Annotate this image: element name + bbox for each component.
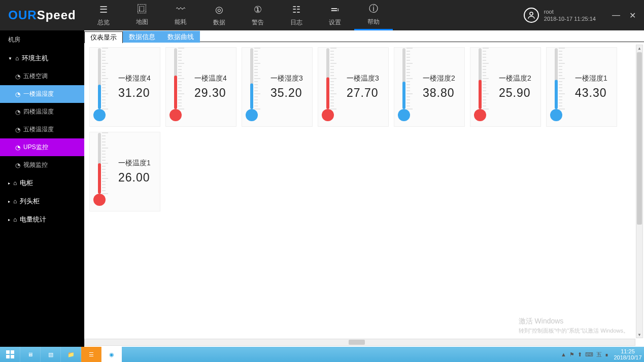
svg-point-144	[474, 109, 486, 121]
topnav-label: 能耗	[175, 18, 187, 26]
horizontal-scrollbar[interactable]	[84, 339, 635, 346]
app-logo: OURSpeed	[0, 8, 84, 22]
gauge-card-2: 一楼湿度3 35.20	[242, 47, 313, 127]
home-icon: ⌂	[13, 198, 17, 205]
thermometer-icon	[318, 51, 345, 123]
sidebar-group-0[interactable]: ▼⌂环境主机	[0, 49, 84, 67]
user-block[interactable]: root 2018-10-17 11:25:14	[524, 8, 604, 23]
topnav-label: 总览	[97, 18, 110, 27]
topnav-item-1[interactable]: ⿴地图	[123, 0, 161, 30]
sidebar-item-0-0[interactable]: ◔五楼空调	[0, 67, 84, 85]
topnav-item-2[interactable]: 〰能耗	[161, 0, 200, 30]
tray-icon-5[interactable]: ∎	[605, 351, 608, 358]
thermometer-icon	[547, 51, 573, 123]
sidebar-item-0-2[interactable]: ◔四楼温湿度	[0, 103, 84, 121]
tray-icon-3[interactable]: ⌨	[585, 351, 593, 358]
gauge-value: 29.30	[194, 86, 226, 100]
topnav-icon: ⓘ	[369, 3, 378, 15]
bullet-icon: ◔	[15, 91, 20, 98]
taskbar-app-1[interactable]: 🖥	[20, 347, 41, 362]
bullet-icon: ◔	[15, 108, 20, 116]
vertical-scroll-thumb[interactable]	[637, 52, 642, 225]
window-controls: — ✕	[604, 11, 644, 20]
bullet-icon: ◔	[15, 126, 20, 133]
tab-bar: 仪表显示数据信息数据曲线	[84, 31, 644, 42]
watermark-title: 激活 Windows	[519, 316, 629, 327]
svg-rect-195	[6, 355, 10, 358]
gauge-label: 一楼湿度4	[118, 74, 151, 83]
tray-icon-0[interactable]: ▲	[561, 351, 566, 357]
taskbar-app-2[interactable]: ▧	[41, 347, 61, 362]
svg-rect-194	[11, 350, 14, 354]
tray-icon-1[interactable]: ⚑	[569, 351, 574, 358]
sidebar-group-3[interactable]: ▸⌂电量统计	[0, 210, 84, 229]
gauge-card-0: 一楼湿度4 31.20	[89, 47, 160, 127]
close-button[interactable]: ✕	[629, 11, 636, 20]
watermark-sub: 转到"控制面板"中的"系统"以激活 Windows。	[519, 327, 629, 335]
thermometer-icon	[166, 51, 192, 123]
topnav-item-7[interactable]: ⓘ帮助	[354, 0, 393, 30]
topnav-icon: ☷	[292, 4, 300, 15]
gauge-value: 27.70	[347, 86, 379, 100]
clock-time: 11:25	[621, 348, 635, 354]
taskbar-clock[interactable]: 11:25 2018/10/17	[612, 347, 644, 362]
minimize-button[interactable]: —	[612, 11, 620, 20]
svg-rect-47	[174, 76, 177, 109]
topnav-item-4[interactable]: ①警告	[239, 0, 277, 30]
svg-rect-71	[250, 84, 253, 109]
gauge-grid: 一楼湿度4 31.20 一楼温度4 29.30 一楼湿度3 35.20 一楼温度…	[84, 42, 635, 338]
sidebar-group-label: 电量统计	[20, 215, 46, 224]
scroll-up-arrow[interactable]: ▲	[636, 45, 642, 51]
gauge-value: 38.80	[423, 86, 455, 100]
tab-0[interactable]: 仪表显示	[84, 31, 123, 43]
sidebar-group-label: 环境主机	[22, 54, 48, 63]
user-name: root	[544, 8, 596, 15]
topnav-item-6[interactable]: ≕设置	[316, 0, 354, 30]
home-icon: ⌂	[13, 216, 17, 223]
bullet-icon: ◔	[15, 162, 20, 169]
sidebar-group-1[interactable]: ▸⌂电柜	[0, 174, 84, 192]
start-button[interactable]	[0, 347, 20, 362]
sidebar-group-2[interactable]: ▸⌂列头柜	[0, 192, 84, 210]
gauge-card-1: 一楼温度4 29.30	[165, 47, 236, 127]
scroll-down-arrow[interactable]: ▼	[636, 332, 642, 338]
gauge-value: 26.00	[118, 171, 150, 185]
top-nav: ☰总览⿴地图〰能耗◎数据①警告☷日志≕设置ⓘ帮助	[84, 0, 393, 30]
svg-point-96	[322, 109, 334, 121]
topnav-item-0[interactable]: ☰总览	[84, 0, 123, 30]
sidebar-group-label: 电柜	[20, 178, 33, 188]
taskbar-app-3[interactable]: 📁	[61, 347, 81, 362]
app-header: OURSpeed ☰总览⿴地图〰能耗◎数据①警告☷日志≕设置ⓘ帮助 root 2…	[0, 0, 644, 30]
gauge-label: 一楼湿度1	[575, 74, 607, 83]
clock-date: 2018/10/17	[614, 354, 641, 360]
tab-2[interactable]: 数据曲线	[161, 31, 200, 43]
topnav-label: 设置	[329, 18, 341, 27]
gauge-label: 一楼温度2	[499, 74, 531, 83]
sidebar-item-0-3[interactable]: ◔五楼温湿度	[0, 121, 84, 138]
system-tray[interactable]: ▲⚑⬆⌨五∎	[558, 347, 612, 362]
horizontal-scroll-thumb[interactable]	[349, 340, 365, 345]
taskbar-app-4[interactable]: ◉	[101, 347, 122, 362]
svg-rect-143	[479, 80, 482, 109]
bullet-icon: ◔	[15, 144, 20, 151]
caret-icon: ▼	[8, 56, 12, 61]
gauge-card-6: 一楼湿度1 43.30	[546, 47, 617, 127]
gauge-value: 43.30	[575, 86, 607, 100]
tab-1[interactable]: 数据信息	[123, 31, 161, 43]
vertical-scrollbar[interactable]: ▲ ▼	[636, 45, 643, 338]
windows-activation-watermark: 激活 Windows 转到"控制面板"中的"系统"以激活 Windows。	[519, 316, 629, 335]
avatar-icon	[524, 8, 539, 23]
tray-icon-4[interactable]: 五	[596, 351, 602, 358]
sidebar-item-0-4[interactable]: ◔UPS监控	[0, 138, 84, 156]
windows-taskbar[interactable]: 🖥 ▧ 📁 ☰ ◉ ▲⚑⬆⌨五∎ 11:25 2018/10/17	[0, 347, 644, 362]
topnav-label: 警告	[252, 18, 264, 27]
topnav-item-3[interactable]: ◎数据	[200, 0, 239, 30]
thermometer-icon	[90, 135, 116, 208]
tray-icon-2[interactable]: ⬆	[578, 351, 582, 358]
topnav-item-5[interactable]: ☷日志	[277, 0, 316, 30]
sidebar-group-label: 列头柜	[20, 197, 40, 206]
taskbar-app-xampp[interactable]: ☰	[81, 347, 101, 362]
sidebar-item-0-1[interactable]: ◔一楼温湿度	[0, 85, 84, 103]
sidebar-item-0-5[interactable]: ◔视频监控	[0, 156, 84, 174]
svg-rect-196	[11, 355, 14, 358]
